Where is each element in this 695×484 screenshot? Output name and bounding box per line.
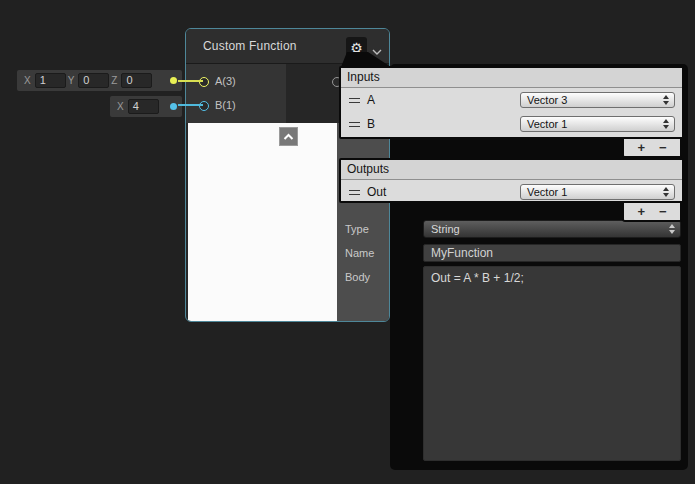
- type-dropdown[interactable]: String: [423, 220, 681, 238]
- dropdown-arrows-icon: [663, 95, 669, 105]
- vector1-connector-dot-icon[interactable]: [170, 103, 177, 110]
- x-axis-label: X: [24, 75, 31, 86]
- chevron-down-icon[interactable]: [371, 42, 383, 50]
- list-item[interactable]: Out Vector 1: [341, 180, 682, 204]
- port-a-icon[interactable]: [199, 77, 209, 87]
- input-a-type-value: Vector 3: [527, 94, 567, 106]
- type-label: Type: [345, 223, 369, 235]
- edge-vector3-to-port-a[interactable]: [178, 80, 203, 82]
- input-b-type-value: Vector 1: [527, 118, 567, 130]
- x-axis-label: X: [117, 101, 124, 112]
- x-value-field[interactable]: 1: [35, 73, 66, 88]
- dropdown-arrows-icon: [663, 119, 669, 129]
- z-axis-label: Z: [111, 75, 117, 86]
- collapse-preview-button[interactable]: [279, 127, 298, 146]
- input-b-type-dropdown[interactable]: Vector 1: [520, 116, 675, 132]
- outputs-list-footer: + −: [622, 203, 682, 222]
- node-title: Custom Function: [203, 39, 297, 53]
- port-b-label: B(1): [215, 99, 236, 111]
- drag-handle-icon[interactable]: [349, 98, 360, 103]
- dropdown-arrows-icon: [669, 224, 675, 234]
- node-body-strip: [337, 123, 389, 321]
- add-output-button[interactable]: +: [637, 205, 645, 218]
- vector1-input-widget: X 4: [110, 96, 182, 117]
- port-a-label: A(3): [215, 75, 236, 87]
- add-input-button[interactable]: +: [637, 141, 645, 154]
- port-b-icon[interactable]: [199, 101, 209, 111]
- input-row-b-label: B: [367, 117, 375, 131]
- output-out-type-dropdown[interactable]: Vector 1: [520, 184, 675, 200]
- x-value-field[interactable]: 4: [128, 99, 159, 114]
- input-row-a-label: A: [367, 93, 375, 107]
- vector3-input-widget: X 1 Y 0 Z 0: [17, 70, 182, 91]
- output-out-type-value: Vector 1: [527, 186, 567, 198]
- output-row-out-label: Out: [367, 185, 386, 199]
- inputs-header: Inputs: [341, 68, 682, 88]
- drag-handle-icon[interactable]: [349, 122, 360, 127]
- inputs-list-footer: + −: [622, 139, 682, 158]
- list-item[interactable]: A Vector 3: [341, 88, 682, 112]
- input-a-type-dropdown[interactable]: Vector 3: [520, 92, 675, 108]
- input-ports-zone: [186, 64, 286, 123]
- name-label: Name: [345, 247, 374, 259]
- shader-graph-canvas[interactable]: X 1 Y 0 Z 0 X 4 Custom Function ⚙ A(3) B…: [0, 0, 695, 484]
- outputs-list-panel: Outputs Out Vector 1: [339, 158, 684, 203]
- body-label: Body: [345, 271, 370, 283]
- name-input[interactable]: MyFunction: [423, 244, 681, 262]
- type-value: String: [431, 223, 460, 235]
- outputs-header: Outputs: [341, 160, 682, 180]
- vector3-connector-dot-icon[interactable]: [170, 77, 177, 84]
- edge-vector1-to-port-b[interactable]: [178, 104, 203, 106]
- chevron-up-icon: [282, 132, 295, 141]
- node-preview: [188, 123, 337, 321]
- z-value-field[interactable]: 0: [121, 73, 152, 88]
- list-item[interactable]: B Vector 1: [341, 112, 682, 136]
- y-value-field[interactable]: 0: [78, 73, 109, 88]
- drag-handle-icon[interactable]: [349, 190, 360, 195]
- remove-output-button[interactable]: −: [659, 205, 667, 218]
- inputs-list-panel: Inputs A Vector 3 B Vector 1: [339, 66, 684, 139]
- body-textarea[interactable]: Out = A * B + 1/2;: [423, 266, 681, 461]
- remove-input-button[interactable]: −: [659, 141, 667, 154]
- dropdown-arrows-icon: [663, 187, 669, 197]
- y-axis-label: Y: [68, 75, 75, 86]
